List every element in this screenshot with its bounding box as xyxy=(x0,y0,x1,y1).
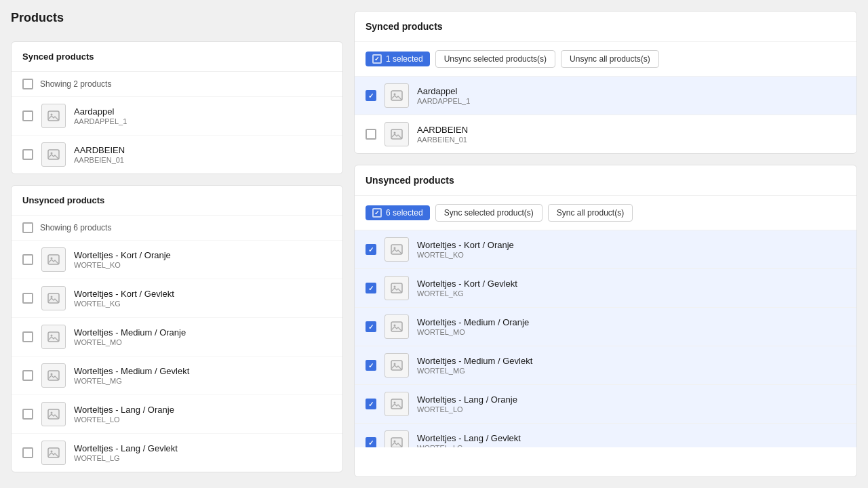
right-unsynced-selected-badge[interactable]: 6 selected xyxy=(366,205,430,220)
product-sku: WORTEL_LG xyxy=(417,444,521,447)
product-checkbox[interactable] xyxy=(366,321,376,332)
product-checkbox[interactable] xyxy=(366,90,376,101)
product-name: Worteltjes - Kort / Oranje xyxy=(74,250,171,260)
product-name: Aardappel xyxy=(417,86,470,96)
product-checkbox[interactable] xyxy=(366,360,376,371)
svg-point-23 xyxy=(394,286,396,288)
product-row: AARDBEIENAARBEIEN_01 xyxy=(355,115,856,153)
product-checkbox[interactable] xyxy=(366,399,376,409)
right-synced-product-list: AardappelAARDAPPEL_1 AARDBEIENAARBEIEN_0… xyxy=(355,77,856,153)
product-name: Worteltjes - Lang / Oranje xyxy=(417,394,517,405)
product-name: Aardappel xyxy=(74,106,127,117)
svg-point-7 xyxy=(51,296,53,298)
product-image-placeholder xyxy=(41,104,66,128)
product-row: Worteltjes - Kort / GevlektWORTEL_KG xyxy=(12,279,342,318)
product-sku: WORTEL_MG xyxy=(417,367,532,375)
svg-point-9 xyxy=(51,335,53,337)
sync-all-button[interactable]: Sync all product(s) xyxy=(548,204,633,222)
product-info: Worteltjes - Medium / OranjeWORTEL_MO xyxy=(417,317,529,336)
product-checkbox[interactable] xyxy=(22,331,33,342)
product-image-placeholder xyxy=(384,83,409,108)
sync-selected-button[interactable]: Sync selected product(s) xyxy=(435,204,542,222)
left-unsynced-showing: Showing 6 products xyxy=(12,216,342,241)
right-synced-card: Synced products 1 selected Unsync select… xyxy=(354,11,857,154)
product-name: AARDBEIEN xyxy=(417,125,468,135)
product-row: AardappelAARDAPPEL_1 xyxy=(12,97,342,136)
unsync-selected-button[interactable]: Unsync selected products(s) xyxy=(435,50,555,68)
svg-point-27 xyxy=(394,363,396,365)
left-synced-header: Synced products xyxy=(12,42,342,72)
svg-point-13 xyxy=(51,412,53,414)
left-unsynced-product-list: Worteltjes - Kort / OranjeWORTEL_KO Wort… xyxy=(12,241,342,472)
product-row: Worteltjes - Lang / GevlektWORTEL_LG xyxy=(355,424,856,447)
product-image-placeholder xyxy=(41,325,66,349)
product-name: Worteltjes - Lang / Oranje xyxy=(74,405,174,415)
left-unsynced-select-all-checkbox[interactable] xyxy=(22,222,33,233)
product-image-placeholder xyxy=(384,430,409,447)
product-image-placeholder xyxy=(384,314,409,339)
product-sku: AARBEIEN_01 xyxy=(417,136,468,144)
page-title: Products xyxy=(11,11,343,25)
product-sku: WORTEL_LG xyxy=(74,454,178,462)
product-row: Worteltjes - Kort / OranjeWORTEL_KO xyxy=(355,230,856,269)
unsynced-badge-checkbox xyxy=(372,208,382,218)
product-sku: WORTEL_MG xyxy=(74,377,189,385)
product-image-placeholder xyxy=(384,392,409,416)
svg-point-1 xyxy=(51,114,53,116)
product-row: Worteltjes - Kort / OranjeWORTEL_KO xyxy=(12,241,342,279)
left-unsynced-header: Unsynced products xyxy=(12,186,342,216)
product-checkbox[interactable] xyxy=(366,283,376,293)
product-name: Worteltjes - Medium / Oranje xyxy=(417,317,529,327)
product-sku: WORTEL_LO xyxy=(417,405,517,413)
product-info: Worteltjes - Medium / OranjeWORTEL_MO xyxy=(74,327,186,346)
product-row: Worteltjes - Medium / GevlektWORTEL_MG xyxy=(355,346,856,385)
product-checkbox[interactable] xyxy=(22,149,33,160)
product-image-placeholder xyxy=(384,237,409,262)
product-row: Worteltjes - Kort / GevlektWORTEL_KG xyxy=(355,269,856,308)
product-name: Worteltjes - Medium / Gevlekt xyxy=(417,356,532,366)
product-name: Worteltjes - Medium / Oranje xyxy=(74,327,186,338)
product-checkbox[interactable] xyxy=(366,437,376,447)
svg-point-5 xyxy=(51,258,53,260)
product-checkbox[interactable] xyxy=(22,409,33,420)
product-info: Worteltjes - Lang / OranjeWORTEL_LO xyxy=(417,394,517,413)
product-image-placeholder xyxy=(384,353,409,378)
synced-badge-checkbox xyxy=(372,54,382,64)
product-checkbox[interactable] xyxy=(22,370,33,381)
product-info: Worteltjes - Medium / GevlektWORTEL_MG xyxy=(417,356,532,375)
product-sku: WORTEL_LO xyxy=(74,415,174,424)
product-image-placeholder xyxy=(384,276,409,300)
product-image-placeholder xyxy=(384,122,409,146)
right-unsynced-action-bar: 6 selected Sync selected product(s) Sync… xyxy=(355,196,856,230)
unsync-all-button[interactable]: Unsync all products(s) xyxy=(561,50,659,68)
left-synced-product-list: AardappelAARDAPPEL_1 AARDBEIENAARBEIEN_0… xyxy=(12,97,342,174)
right-synced-header: Synced products xyxy=(355,12,856,42)
product-info: Worteltjes - Kort / GevlektWORTEL_KG xyxy=(417,279,517,298)
product-info: AardappelAARDAPPEL_1 xyxy=(74,106,127,125)
product-info: Worteltjes - Lang / GevlektWORTEL_LG xyxy=(417,433,521,447)
product-image-placeholder xyxy=(41,286,66,310)
product-info: Worteltjes - Lang / GevlektWORTEL_LG xyxy=(74,443,178,462)
svg-point-17 xyxy=(394,94,396,96)
product-info: AARDBEIENAARBEIEN_01 xyxy=(74,145,125,164)
left-synced-select-all-checkbox[interactable] xyxy=(22,79,33,89)
product-row: Worteltjes - Medium / GevlektWORTEL_MG xyxy=(12,357,342,395)
product-checkbox[interactable] xyxy=(22,110,33,121)
product-name: Worteltjes - Kort / Gevlekt xyxy=(74,289,174,299)
product-image-placeholder xyxy=(41,247,66,272)
product-info: Worteltjes - Kort / GevlektWORTEL_KG xyxy=(74,289,174,308)
product-info: Worteltjes - Medium / GevlektWORTEL_MG xyxy=(74,366,189,385)
product-checkbox[interactable] xyxy=(22,254,33,265)
product-checkbox[interactable] xyxy=(366,129,376,140)
product-checkbox[interactable] xyxy=(22,447,33,458)
product-checkbox[interactable] xyxy=(22,293,33,304)
left-unsynced-card: Unsynced products Showing 6 products Wor… xyxy=(11,185,343,472)
right-synced-selected-badge[interactable]: 1 selected xyxy=(366,52,430,66)
product-info: Worteltjes - Lang / OranjeWORTEL_LO xyxy=(74,405,174,424)
product-checkbox[interactable] xyxy=(366,244,376,255)
svg-point-15 xyxy=(51,451,53,453)
product-name: Worteltjes - Kort / Gevlekt xyxy=(417,279,517,289)
product-info: Worteltjes - Kort / OranjeWORTEL_KO xyxy=(74,250,171,269)
product-info: AardappelAARDAPPEL_1 xyxy=(417,86,470,105)
product-name: AARDBEIEN xyxy=(74,145,125,155)
